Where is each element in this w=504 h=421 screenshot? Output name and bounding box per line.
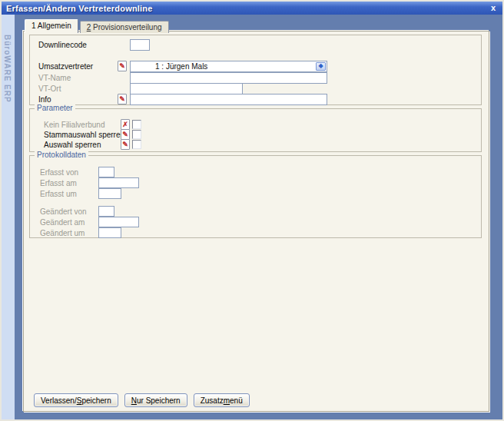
- tab-provisionsverteilung[interactable]: 2 Provisionsverteilung: [80, 21, 169, 33]
- brand-text: BüroWARE ERP: [3, 35, 12, 103]
- vt-ort-label: VT-Ort: [38, 85, 118, 93]
- geaendert-am-label: Geändert am: [40, 218, 98, 227]
- edit-pencil-icon[interactable]: ✎: [118, 94, 127, 104]
- kein-filialverbund-row: Kein Filialverbund ✗: [44, 119, 141, 130]
- nur-speichern-button[interactable]: Nur Speichern: [124, 393, 187, 407]
- brand-banner: BüroWARE ERP: [2, 15, 15, 419]
- umsatzvertreter-label: Umsatzvertreter: [38, 62, 118, 71]
- window-title: Erfassen/Ändern Vertreterdownline: [6, 4, 153, 13]
- erfasst-am-label: Erfasst am: [40, 179, 98, 187]
- general-groupbox: Downlinecode Umsatzvertreter ✎ 1 : Jürge…: [29, 35, 482, 105]
- info-label: Info: [38, 95, 118, 104]
- geaendert-um-input[interactable]: [98, 227, 121, 238]
- parameter-legend: Parameter: [35, 104, 75, 112]
- stammauswahl-sperren-label: Stammauswahl sperren: [44, 131, 121, 139]
- erfasst-am-input[interactable]: [98, 177, 139, 188]
- geaendert-von-label: Geändert von: [40, 207, 98, 216]
- edit-x-icon[interactable]: ✗: [121, 119, 130, 130]
- dialog-client-area: 1 Allgemein 2 Provisionsverteilung Downl…: [15, 15, 502, 419]
- downlinecode-label: Downlinecode: [38, 41, 118, 49]
- erfasst-von-row: Erfasst von: [40, 167, 114, 177]
- protokolldaten-groupbox: Protokolldaten Erfasst von Erfasst am Er…: [29, 155, 482, 238]
- geaendert-von-row: Geändert von: [40, 206, 114, 217]
- kein-filialverbund-checkbox[interactable]: [132, 120, 141, 129]
- erfasst-um-label: Erfasst um: [40, 190, 98, 198]
- erfasst-von-input[interactable]: [98, 167, 114, 177]
- auswahl-sperren-row: Auswahl sperren ✎: [44, 139, 141, 150]
- geaendert-um-row: Geändert um: [40, 227, 121, 238]
- tab-allgemein[interactable]: 1 Allgemein: [25, 19, 78, 33]
- downlinecode-input[interactable]: [130, 39, 150, 51]
- title-bar: Erfassen/Ändern Vertreterdownline x: [2, 2, 502, 15]
- zusatzmenue-button[interactable]: Zusatzmenü: [194, 393, 250, 407]
- auswahl-sperren-checkbox[interactable]: [132, 140, 141, 149]
- erfasst-um-input[interactable]: [98, 188, 121, 199]
- erfasst-um-row: Erfasst um: [40, 188, 121, 199]
- downlinecode-row: Downlinecode: [38, 38, 476, 51]
- edit-pencil-icon[interactable]: ✎: [118, 61, 127, 71]
- auswahl-sperren-label: Auswahl sperren: [44, 141, 121, 149]
- umsatzvertreter-row: Umsatzvertreter ✎ 1 : Jürgen Mals ◆: [38, 60, 476, 72]
- dropdown-spinner-icon[interactable]: ◆: [316, 62, 326, 71]
- geaendert-von-input[interactable]: [98, 206, 114, 217]
- erfasst-von-label: Erfasst von: [40, 168, 98, 177]
- kein-filialverbund-label: Kein Filialverbund: [44, 121, 121, 129]
- dialog-window: Erfassen/Ändern Vertreterdownline x Büro…: [0, 0, 504, 421]
- parameter-groupbox: Parameter Kein Filialverbund ✗ Stammausw…: [29, 108, 482, 152]
- vt-name-label: VT-Name: [38, 74, 118, 82]
- tab-page-allgemein: Downlinecode Umsatzvertreter ✎ 1 : Jürge…: [23, 31, 489, 412]
- stammauswahl-sperren-checkbox[interactable]: [132, 130, 141, 139]
- info-input[interactable]: [130, 94, 327, 105]
- geaendert-am-input[interactable]: [98, 217, 139, 227]
- umsatzvertreter-select[interactable]: 1 : Jürgen Mals ◆: [130, 61, 327, 72]
- verlassen-speichern-button[interactable]: Verlassen/Speichern: [34, 393, 118, 407]
- protokolldaten-legend: Protokolldaten: [35, 151, 88, 159]
- geaendert-am-row: Geändert am: [40, 217, 139, 227]
- button-row: Verlassen/Speichern Nur Speichern Zusatz…: [34, 393, 250, 407]
- umsatzvertreter-value: 1 : Jürgen Mals: [131, 62, 207, 71]
- icon-slot: ✎: [118, 61, 130, 71]
- icon-slot: ✎: [118, 94, 130, 104]
- edit-pencil-icon[interactable]: ✎: [121, 139, 130, 150]
- close-icon[interactable]: x: [489, 4, 498, 12]
- tab-strip: 1 Allgemein 2 Provisionsverteilung: [25, 18, 171, 31]
- stammauswahl-sperren-row: Stammauswahl sperren ✎: [44, 129, 141, 140]
- edit-pencil-icon[interactable]: ✎: [121, 129, 130, 140]
- erfasst-am-row: Erfasst am: [40, 177, 139, 188]
- geaendert-um-label: Geändert um: [40, 229, 98, 237]
- info-row: Info ✎: [38, 93, 476, 105]
